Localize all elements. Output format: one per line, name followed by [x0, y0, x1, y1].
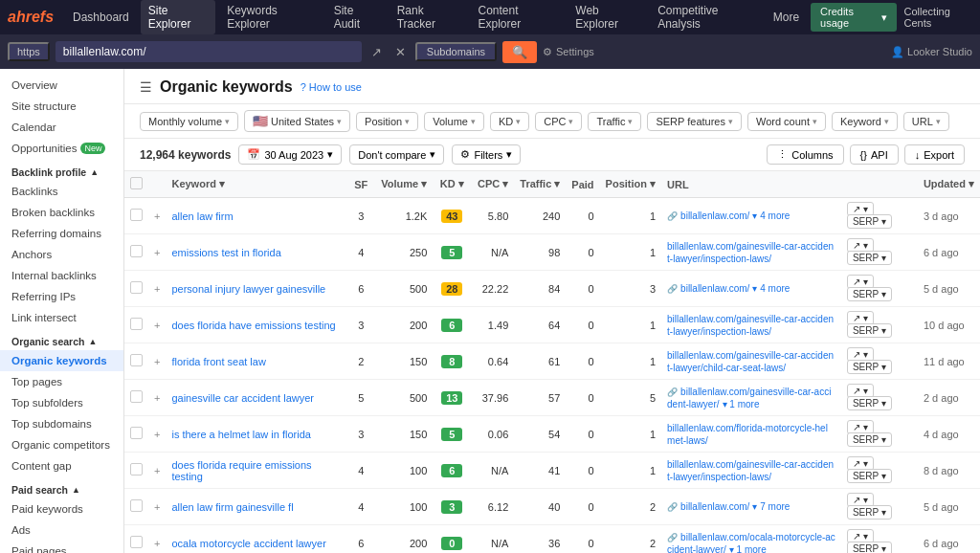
search-button[interactable]: 🔍 — [502, 41, 537, 63]
row-checkbox-cell[interactable] — [124, 489, 148, 525]
keyword-filter[interactable]: Keyword ▾ — [832, 112, 898, 131]
how-to-use-link[interactable]: ? How to use — [301, 81, 362, 93]
filters-button[interactable]: ⚙ Filters ▾ — [452, 144, 521, 165]
url-input[interactable] — [56, 41, 362, 62]
col-header-keyword[interactable]: Keyword ▾ — [166, 171, 346, 198]
serp-features-filter[interactable]: SERP features ▾ — [647, 112, 742, 131]
keyword-link[interactable]: ocala motorcycle accident lawyer — [171, 538, 325, 549]
sidebar-item-opportunities[interactable]: Opportunities New — [0, 138, 123, 159]
url-link[interactable]: billallenlaw.com/gainesville-car-acciden… — [667, 314, 834, 337]
serp-button[interactable]: SERP ▾ — [847, 505, 892, 520]
sidebar-item-referring-domains[interactable]: Referring domains — [0, 223, 123, 244]
nav-site-explorer[interactable]: Site Explorer — [141, 0, 215, 34]
cpc-filter[interactable]: CPC ▾ — [535, 112, 582, 131]
serp-button[interactable]: SERP ▾ — [847, 542, 892, 553]
position-filter[interactable]: Position ▾ — [356, 112, 418, 131]
row-expand-cell[interactable]: + — [148, 416, 166, 453]
credits-usage-button[interactable]: Credits usage ▾ — [811, 3, 896, 32]
url-more-link[interactable]: ▾ 4 more — [752, 210, 790, 221]
nav-site-audit[interactable]: Site Audit — [326, 0, 386, 34]
url-link[interactable]: billallenlaw.com/gainesville-car-acciden… — [667, 350, 834, 373]
col-header-kd[interactable]: KD ▾ — [433, 171, 471, 198]
country-filter[interactable]: 🇺🇸 United States ▾ — [244, 110, 350, 132]
api-button[interactable]: {} API — [850, 144, 899, 165]
row-checkbox-cell[interactable] — [124, 416, 148, 453]
nav-web-explorer[interactable]: Web Explorer — [568, 0, 646, 34]
sidebar-item-referring-ips[interactable]: Referring IPs — [0, 286, 123, 307]
row-expand-cell[interactable]: + — [148, 380, 166, 416]
sidebar-item-broken-backlinks[interactable]: Broken backlinks — [0, 202, 123, 223]
row-expand-cell[interactable]: + — [148, 489, 166, 525]
keyword-link[interactable]: florida front seat law — [171, 356, 265, 367]
url-more-link[interactable]: ▾ 4 more — [752, 283, 790, 294]
url-more-link[interactable]: ▾ 1 more — [723, 399, 760, 409]
col-header-traffic[interactable]: Traffic ▾ — [514, 171, 566, 198]
row-expand-cell[interactable]: + — [148, 453, 166, 489]
col-header-checkbox[interactable] — [124, 171, 148, 198]
nav-dashboard[interactable]: Dashboard — [65, 7, 137, 28]
row-checkbox-cell[interactable] — [124, 343, 148, 380]
serp-button[interactable]: SERP ▾ — [847, 323, 892, 338]
row-expand-cell[interactable]: + — [148, 307, 166, 343]
sidebar-section-backlink[interactable]: Backlink profile ▲ — [0, 159, 123, 181]
word-count-filter[interactable]: Word count ▾ — [747, 112, 826, 131]
serp-button[interactable]: SERP ▾ — [847, 360, 892, 374]
columns-button[interactable]: ⋮ Columns — [767, 144, 843, 165]
volume-filter[interactable]: Volume ▾ — [424, 112, 484, 131]
url-more-link[interactable]: ▾ 1 more — [729, 544, 767, 554]
sidebar-section-paid[interactable]: Paid search ▲ — [0, 476, 123, 498]
nav-more[interactable]: More — [766, 7, 807, 28]
kd-filter[interactable]: KD ▾ — [490, 112, 529, 131]
sidebar-item-paid-keywords[interactable]: Paid keywords — [0, 498, 123, 520]
nav-competitive-analysis[interactable]: Competitive Analysis — [650, 0, 762, 34]
serp-button[interactable]: SERP ▾ — [847, 251, 892, 265]
row-checkbox-cell[interactable] — [124, 380, 148, 416]
sidebar-item-top-subdomains[interactable]: Top subdomains — [0, 413, 123, 434]
menu-icon[interactable]: ☰ — [140, 79, 152, 95]
row-checkbox-cell[interactable] — [124, 271, 148, 307]
export-button[interactable]: ↓ Export — [904, 144, 965, 165]
serp-button[interactable]: SERP ▾ — [847, 214, 892, 229]
sidebar-item-backlinks[interactable]: Backlinks — [0, 181, 123, 202]
traffic-filter[interactable]: Traffic ▾ — [588, 112, 641, 131]
keyword-link[interactable]: emissions test in florida — [171, 247, 280, 258]
sidebar-item-content-gap[interactable]: Content gap — [0, 455, 123, 476]
row-checkbox-cell[interactable] — [124, 307, 148, 343]
col-header-updated[interactable]: Updated ▾ — [918, 171, 980, 198]
subdomain-selector[interactable]: Subdomains — [415, 42, 497, 61]
clear-url-icon[interactable]: ✕ — [391, 43, 410, 61]
sidebar-section-organic[interactable]: Organic search ▲ — [0, 328, 123, 350]
nav-content-explorer[interactable]: Content Explorer — [471, 0, 565, 34]
sidebar-item-top-pages[interactable]: Top pages — [0, 371, 123, 392]
url-link[interactable]: billallenlaw.com/ — [680, 283, 749, 294]
serp-button[interactable]: SERP ▾ — [847, 469, 892, 483]
row-expand-cell[interactable]: + — [148, 271, 166, 307]
row-expand-cell[interactable]: + — [148, 198, 166, 234]
url-link[interactable]: billallenlaw.com/gainesville-car-acciden… — [667, 459, 834, 482]
row-checkbox-cell[interactable] — [124, 525, 148, 554]
keyword-link[interactable]: gainesville car accident lawyer — [171, 392, 314, 404]
sidebar-item-link-intersect[interactable]: Link intersect — [0, 307, 123, 328]
url-link[interactable]: billallenlaw.com/ — [680, 501, 749, 512]
keyword-link[interactable]: allen law firm gainesville fl — [171, 501, 293, 513]
url-link[interactable]: billallenlaw.com/ — [680, 210, 749, 221]
compare-button[interactable]: Don't compare ▾ — [349, 144, 444, 165]
row-expand-cell[interactable]: + — [148, 525, 166, 554]
sidebar-item-internal-backlinks[interactable]: Internal backlinks — [0, 265, 123, 286]
sidebar-item-ads[interactable]: Ads — [0, 520, 123, 541]
url-more-link[interactable]: ▾ 7 more — [752, 501, 790, 512]
sidebar-item-anchors[interactable]: Anchors — [0, 244, 123, 265]
serp-button[interactable]: SERP ▾ — [847, 396, 892, 410]
row-expand-cell[interactable]: + — [148, 343, 166, 380]
sidebar-item-top-subfolders[interactable]: Top subfolders — [0, 392, 123, 413]
col-header-url[interactable]: URL — [661, 171, 841, 198]
sidebar-item-organic-competitors[interactable]: Organic competitors — [0, 434, 123, 455]
date-selector[interactable]: 📅 30 Aug 2023 ▾ — [238, 144, 342, 165]
col-header-paid[interactable]: Paid — [566, 171, 599, 198]
open-external-icon[interactable]: ↗ — [368, 43, 386, 61]
settings-button[interactable]: ⚙ Settings — [543, 46, 594, 58]
sidebar-item-site-structure[interactable]: Site structure — [0, 96, 123, 117]
monthly-volume-filter[interactable]: Monthly volume ▾ — [140, 112, 238, 131]
nav-rank-tracker[interactable]: Rank Tracker — [390, 0, 467, 34]
row-checkbox-cell[interactable] — [124, 198, 148, 234]
